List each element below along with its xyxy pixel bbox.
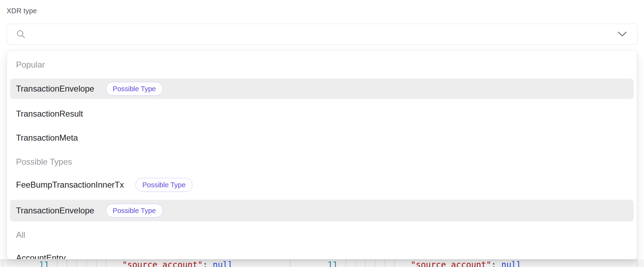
section-header-popular: Popular: [16, 60, 45, 70]
json-colon: :: [491, 260, 496, 267]
option-label: TransactionResult: [16, 109, 83, 119]
json-colon: :: [203, 260, 207, 267]
possible-type-badge: Possible Type: [106, 82, 163, 96]
scrollbar-track[interactable]: [637, 259, 644, 267]
xdr-type-dropdown: Popular TransactionEnvelope Possible Typ…: [7, 50, 637, 259]
option-label: FeeBumpTransactionInnerTx: [16, 180, 124, 190]
option-transaction-envelope-2[interactable]: TransactionEnvelope Possible Type: [10, 200, 634, 221]
option-label: TransactionMeta: [16, 133, 78, 143]
section-header-possible-types: Possible Types: [16, 157, 72, 167]
json-pane-right: 11 "source_account": null: [292, 259, 637, 267]
json-key: "source_account": [122, 260, 203, 267]
option-label: TransactionEnvelope: [16, 84, 94, 94]
option-feebump-transaction-innertx[interactable]: FeeBumpTransactionInnerTx Possible Type: [10, 175, 634, 195]
line-number: 11: [3, 260, 49, 267]
line-number: 11: [292, 260, 338, 267]
json-pane-left: 11 "source_account": null: [3, 259, 290, 267]
pane-divider: [290, 259, 290, 267]
search-icon: [16, 30, 25, 39]
option-account-entry[interactable]: AccountEntry: [10, 248, 634, 259]
indent-guides: [57, 259, 109, 267]
possible-type-badge: Possible Type: [135, 178, 193, 192]
code-line: "source_account": null: [122, 260, 233, 267]
option-transaction-envelope[interactable]: TransactionEnvelope Possible Type: [10, 79, 634, 99]
section-header-all: All: [16, 230, 25, 240]
json-key: "source_account": [411, 260, 491, 267]
option-label: AccountEntry: [16, 253, 66, 259]
code-line: "source_account": null: [411, 260, 521, 267]
xdr-json-code-strip: 11 "source_account": null 11 "source_acc…: [0, 259, 644, 267]
xdr-type-combobox[interactable]: [7, 24, 638, 45]
xdr-type-picker-screen: 11 "source_account": null 11 "source_acc…: [0, 0, 644, 267]
json-null-value: null: [496, 260, 521, 267]
indent-guides: [346, 259, 398, 267]
xdr-type-search-input[interactable]: [25, 24, 618, 44]
json-null-value: null: [208, 260, 233, 267]
option-label: TransactionEnvelope: [16, 206, 94, 215]
xdr-type-label: XDR type: [7, 7, 37, 15]
possible-type-badge: Possible Type: [106, 204, 163, 218]
option-transaction-meta[interactable]: TransactionMeta: [10, 128, 634, 148]
chevron-down-icon[interactable]: [618, 31, 627, 37]
option-transaction-result[interactable]: TransactionResult: [10, 104, 634, 124]
